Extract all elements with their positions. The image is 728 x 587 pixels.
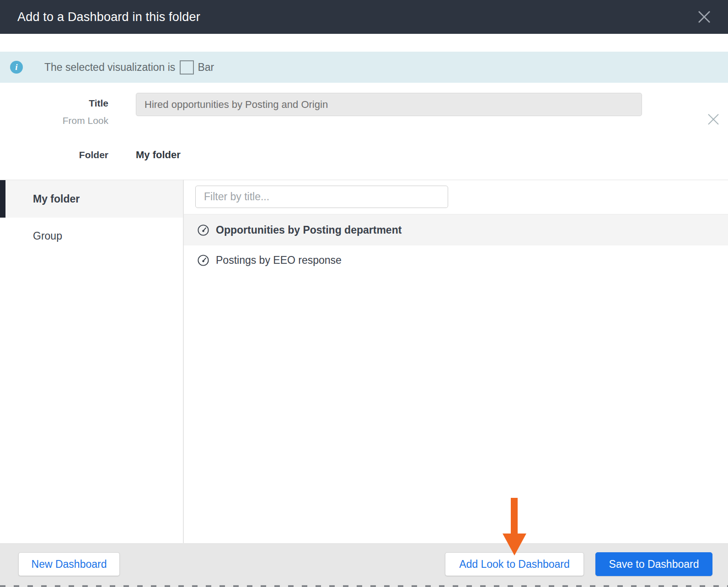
title-label: Title [0, 98, 108, 109]
dashboard-browser: Opportunities by Posting department Post… [184, 180, 728, 543]
add-look-to-dashboard-button[interactable]: Add Look to Dashboard [445, 552, 584, 576]
list-item-postings[interactable]: Postings by EEO response [184, 245, 728, 275]
close-icon[interactable] [706, 112, 721, 127]
modal-footer: New Dashboard Add Look to Dashboard Save… [0, 543, 728, 587]
dashboard-list: Opportunities by Posting department Post… [184, 214, 728, 275]
sidebar-item-group[interactable]: Group [0, 218, 183, 254]
from-look-label: From Look [0, 115, 108, 126]
button-label: Add Look to Dashboard [459, 558, 570, 571]
modal-title: Add to a Dashboard in this folder [17, 10, 200, 24]
folder-value: My folder [136, 149, 181, 161]
list-item-label: Opportunities by Posting department [216, 224, 401, 236]
button-label: Save to Dashboard [609, 558, 699, 571]
sidebar-item-label: Group [33, 230, 62, 242]
viz-type-label: Bar [198, 61, 214, 74]
folder-label: Folder [0, 149, 108, 160]
modal-header: Add to a Dashboard in this folder [0, 0, 728, 34]
filter-input[interactable] [195, 186, 448, 208]
info-banner: i The selected visualization is Bar [0, 52, 728, 83]
dashboard-gauge-icon [196, 253, 210, 267]
sidebar-item-my-folder[interactable]: My folder [0, 180, 183, 218]
dashboard-gauge-icon [196, 223, 210, 237]
banner-message: The selected visualization is [44, 61, 175, 74]
bar-chart-icon [180, 60, 194, 75]
title-field[interactable] [136, 93, 642, 116]
save-to-dashboard-button[interactable]: Save to Dashboard [595, 552, 712, 576]
add-to-dashboard-modal: Add to a Dashboard in this folder i The … [0, 0, 728, 587]
bottom-dashed-line [0, 585, 728, 587]
list-item-opportunities[interactable]: Opportunities by Posting department [184, 214, 728, 245]
close-icon[interactable] [696, 8, 713, 26]
button-label: New Dashboard [32, 558, 107, 571]
selected-accent-bar [0, 180, 5, 218]
folder-sidebar: My folder Group [0, 180, 183, 543]
new-dashboard-button[interactable]: New Dashboard [18, 552, 120, 576]
banner-text: The selected visualization is Bar [44, 60, 214, 75]
list-item-label: Postings by EEO response [216, 254, 342, 267]
info-icon: i [10, 61, 23, 74]
sidebar-item-label: My folder [33, 193, 80, 205]
